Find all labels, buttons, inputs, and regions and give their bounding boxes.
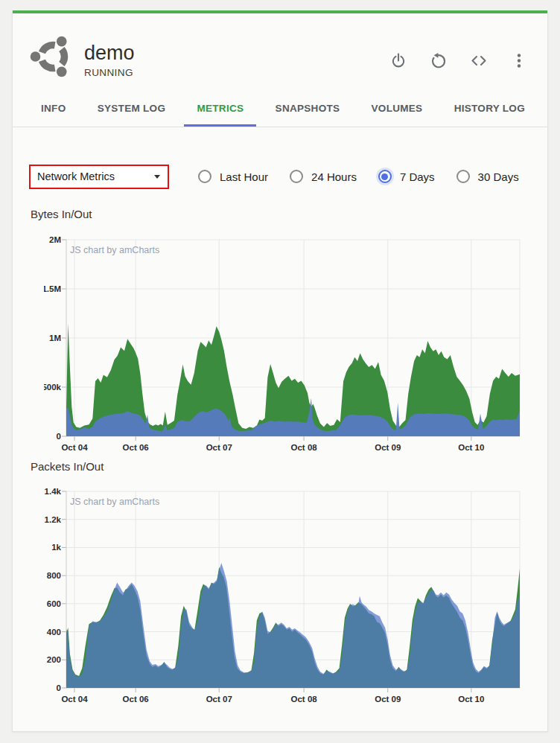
kebab-menu-icon[interactable]: [510, 51, 528, 70]
metric-type-value: Network Metrics: [37, 170, 115, 182]
restart-icon[interactable]: [430, 51, 448, 70]
radio-7-days[interactable]: 7 Days: [378, 170, 435, 183]
chevron-down-icon: [154, 175, 160, 179]
metrics-controls: Network Metrics Last Hour24 Hours7 Days3…: [29, 163, 532, 190]
terminal-icon[interactable]: [470, 51, 488, 70]
tab-info[interactable]: INFO: [41, 103, 66, 124]
svg-text:600: 600: [47, 599, 61, 608]
amcharts-watermark: JS chart by amCharts: [70, 497, 159, 507]
svg-text:Oct 09: Oct 09: [375, 695, 401, 704]
svg-text:1.2k: 1.2k: [45, 515, 62, 524]
svg-text:Oct 07: Oct 07: [206, 443, 232, 452]
radio-selected-icon[interactable]: [378, 170, 392, 183]
tab-history-log[interactable]: HISTORY LOG: [454, 103, 525, 124]
tab-snapshots[interactable]: SNAPSHOTS: [276, 103, 340, 124]
svg-text:Oct 06: Oct 06: [123, 443, 149, 452]
svg-text:Oct 07: Oct 07: [206, 695, 232, 704]
status-badge: RUNNING: [84, 67, 135, 78]
tab-bar: INFOSYSTEM LOGMETRICSSNAPSHOTSVOLUMESHIS…: [13, 98, 547, 127]
chart-title-bytes: Bytes In/Out: [31, 208, 92, 220]
radio-30-days[interactable]: 30 Days: [456, 170, 519, 183]
svg-text:Oct 08: Oct 08: [291, 695, 318, 704]
amcharts-watermark: JS chart by amCharts: [70, 245, 159, 255]
instance-title: demo: [84, 42, 135, 64]
radio-label: 24 Hours: [311, 170, 357, 183]
chart-title-packets: Packets In/Out: [31, 460, 104, 473]
time-range-radio-group: Last Hour24 Hours7 Days30 Days: [198, 170, 519, 183]
instance-header: demo RUNNING: [13, 13, 547, 95]
packets-out-area: [66, 563, 520, 688]
svg-text:0: 0: [57, 683, 61, 692]
svg-text:1k: 1k: [51, 543, 61, 552]
svg-text:1.4k: 1.4k: [45, 487, 62, 496]
radio-label: 30 Days: [478, 170, 519, 183]
svg-text:Oct 10: Oct 10: [458, 695, 484, 704]
svg-text:Oct 09: Oct 09: [375, 443, 401, 452]
radio-unselected-icon[interactable]: [198, 170, 211, 183]
svg-text:800: 800: [47, 571, 61, 580]
svg-text:200: 200: [47, 655, 61, 664]
metric-type-select[interactable]: Network Metrics: [29, 165, 169, 189]
tab-system-log[interactable]: SYSTEM LOG: [98, 103, 166, 124]
radio-label: Last Hour: [220, 170, 268, 183]
radio-unselected-icon[interactable]: [456, 170, 470, 183]
svg-text:0: 0: [57, 432, 61, 441]
svg-text:400: 400: [47, 628, 61, 637]
svg-text:Oct 04: Oct 04: [61, 443, 88, 452]
power-icon[interactable]: [389, 51, 407, 70]
header-actions: [389, 51, 528, 70]
tab-metrics[interactable]: METRICS: [184, 103, 256, 127]
svg-text:2M: 2M: [49, 235, 61, 244]
radio-last-hour[interactable]: Last Hour: [198, 170, 268, 183]
ubuntu-logo-icon: [29, 33, 77, 80]
bytes-in-out-chart[interactable]: 0500k1M1.5M2MOct 04Oct 06Oct 07Oct 08Oct…: [44, 234, 535, 457]
radio-24-hours[interactable]: 24 Hours: [290, 170, 357, 183]
svg-text:500k: 500k: [44, 383, 62, 392]
radio-label: 7 Days: [400, 170, 435, 183]
svg-text:Oct 04: Oct 04: [61, 695, 88, 704]
svg-text:1.5M: 1.5M: [44, 284, 61, 293]
radio-unselected-icon[interactable]: [290, 170, 303, 183]
tab-volumes[interactable]: VOLUMES: [372, 103, 423, 124]
svg-text:1M: 1M: [49, 334, 61, 342]
svg-text:Oct 06: Oct 06: [123, 695, 149, 704]
svg-text:Oct 08: Oct 08: [291, 443, 318, 452]
packets-in-out-chart[interactable]: 02004006008001k1.2k1.4kOct 04Oct 06Oct 0…: [44, 485, 535, 709]
svg-text:Oct 10: Oct 10: [458, 443, 484, 452]
instance-card: demo RUNNING: [12, 10, 548, 732]
